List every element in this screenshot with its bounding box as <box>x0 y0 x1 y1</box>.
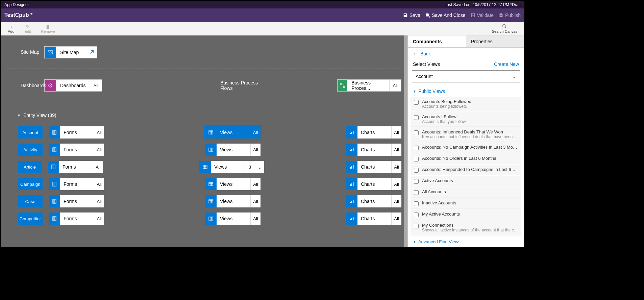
view-checkbox[interactable] <box>414 179 419 184</box>
sitemap-tile-label: Site Map <box>56 47 86 58</box>
view-desc: Accounts that you follow. <box>422 119 518 124</box>
forms-tile[interactable]: Forms All <box>49 178 104 190</box>
view-checkbox[interactable] <box>414 168 419 173</box>
views-label: Views <box>217 178 250 190</box>
view-checkbox[interactable] <box>414 190 419 195</box>
entity-name-tile[interactable]: Article <box>18 161 42 173</box>
back-label: Back <box>420 51 431 56</box>
charts-icon <box>346 126 357 139</box>
publish-icon <box>499 13 503 18</box>
remove-button[interactable]: 🗑 Remove <box>41 24 55 33</box>
view-title: All Accounts <box>422 189 518 194</box>
views-dropdown[interactable]: ⌄ <box>255 161 264 173</box>
view-list-item[interactable]: My Active Accounts <box>411 209 521 220</box>
validate-button[interactable]: Validate <box>471 12 494 18</box>
forms-tile[interactable]: Forms All <box>49 212 104 225</box>
bpf-badge: All <box>389 80 401 91</box>
save-close-icon <box>425 13 430 18</box>
charts-tile[interactable]: Charts All <box>346 161 401 173</box>
charts-tile[interactable]: Charts All <box>346 178 401 190</box>
view-list-item[interactable]: Accounts: Responded to Campaigns in Last… <box>411 165 521 175</box>
svg-rect-59 <box>350 202 351 203</box>
back-button[interactable]: ← Back <box>408 48 524 60</box>
view-list-item[interactable]: Accounts: No Orders in Last 6 Months <box>411 153 521 164</box>
view-checkbox[interactable] <box>414 201 419 206</box>
charts-icon <box>346 212 357 225</box>
header-bar: TestCpub * Save Save And Close Validate … <box>1 8 524 22</box>
entity-name-tile[interactable]: Case <box>18 195 43 207</box>
toolbar: ＋ Add ✎ Edit 🗑 Remove Search Canvas <box>1 22 524 35</box>
app-title: App Designer <box>4 2 29 7</box>
tab-properties[interactable]: Properties <box>466 35 524 47</box>
publish-button[interactable]: Publish <box>499 12 521 18</box>
forms-label: Forms <box>60 178 94 190</box>
forms-badge: All <box>93 161 103 173</box>
canvas-scrollbar[interactable] <box>404 35 407 247</box>
advanced-find-toggle[interactable]: ▼ Advanced Find Views <box>408 236 524 247</box>
edit-button[interactable]: ✎ Edit <box>25 24 31 33</box>
entity-name-tile[interactable]: Activity <box>18 144 43 156</box>
views-tile[interactable]: Views All <box>205 212 261 225</box>
view-list-item[interactable]: Active Accounts <box>411 176 521 186</box>
charts-label: Charts <box>357 126 391 139</box>
charts-tile[interactable]: Charts All <box>346 144 401 156</box>
views-tile[interactable]: Views All <box>205 178 261 190</box>
view-checkbox[interactable] <box>414 157 419 161</box>
entity-view-label: Entity View (39) <box>23 112 56 118</box>
svg-rect-0 <box>471 14 474 17</box>
views-label: Views <box>217 212 250 225</box>
forms-label: Forms <box>60 144 94 156</box>
dashboards-tile[interactable]: Dashboards All <box>44 79 102 92</box>
views-tile[interactable]: Views All <box>205 195 261 207</box>
entity-select[interactable]: Account ⌄ <box>412 70 520 82</box>
public-views-toggle[interactable]: ▼ Public Views <box>408 86 524 97</box>
views-tile[interactable]: Views 3 ⌄ <box>199 161 264 173</box>
view-list-item[interactable]: Accounts I Follow Accounts that you foll… <box>411 112 521 127</box>
dashboard-icon <box>45 80 56 91</box>
view-checkbox[interactable] <box>414 146 419 150</box>
view-list-item[interactable]: Accounts: No Campaign Activities in Last… <box>411 142 521 153</box>
forms-tile[interactable]: Forms All <box>49 195 104 207</box>
forms-badge: All <box>94 195 104 207</box>
add-button[interactable]: ＋ Add <box>8 24 15 33</box>
views-icon <box>205 126 217 139</box>
sitemap-tile[interactable]: Site Map <box>44 46 97 58</box>
view-list-item[interactable]: Accounts: Influenced Deals That We Won K… <box>411 127 521 142</box>
tab-components[interactable]: Components <box>408 35 466 47</box>
entity-name-tile[interactable]: Competitor <box>18 212 43 225</box>
view-list-item[interactable]: Accounts Being Followed Accounts being f… <box>411 97 521 111</box>
create-new-link[interactable]: Create New <box>494 61 519 67</box>
bpf-tile[interactable]: Business Proces... All <box>337 79 401 92</box>
view-list-item[interactable]: My Connections Shows all active instance… <box>411 220 521 235</box>
chevron-down-icon: ▼ <box>17 114 21 117</box>
views-tile[interactable]: Views All <box>205 144 261 156</box>
svg-rect-37 <box>350 167 351 169</box>
forms-icon <box>49 212 60 225</box>
entity-view-toggle[interactable]: ▼ Entity View (39) <box>7 102 401 121</box>
charts-tile[interactable]: Charts All <box>346 126 401 139</box>
view-checkbox[interactable] <box>414 212 419 217</box>
forms-label: Forms <box>59 161 93 173</box>
forms-tile[interactable]: Forms All <box>48 161 103 173</box>
entity-name-tile[interactable]: Account <box>18 126 43 139</box>
entity-name-tile[interactable]: Campaign <box>18 178 43 190</box>
view-checkbox[interactable] <box>414 115 419 120</box>
forms-tile[interactable]: Forms All <box>49 126 104 139</box>
view-checkbox[interactable] <box>414 130 419 135</box>
view-checkbox[interactable] <box>414 100 419 105</box>
save-button[interactable]: Save <box>403 12 420 18</box>
view-list-item[interactable]: All Accounts <box>411 187 521 198</box>
view-checkbox[interactable] <box>414 224 419 228</box>
charts-tile[interactable]: Charts All <box>346 195 401 207</box>
entity-row: Article Forms All Views 3 ⌄ Charts All <box>18 161 401 173</box>
open-sitemap-icon[interactable] <box>86 47 97 58</box>
forms-tile[interactable]: Forms All <box>49 144 104 156</box>
view-list-item[interactable]: Inactive Accounts <box>411 198 521 209</box>
views-label: Views <box>217 195 250 207</box>
forms-icon <box>49 126 60 139</box>
views-tile[interactable]: Views All <box>205 126 261 139</box>
charts-tile[interactable]: Charts All <box>346 212 401 225</box>
save-close-button[interactable]: Save And Close <box>425 12 466 18</box>
forms-label: Forms <box>60 195 94 207</box>
search-canvas-button[interactable]: Search Canvas <box>492 24 517 33</box>
